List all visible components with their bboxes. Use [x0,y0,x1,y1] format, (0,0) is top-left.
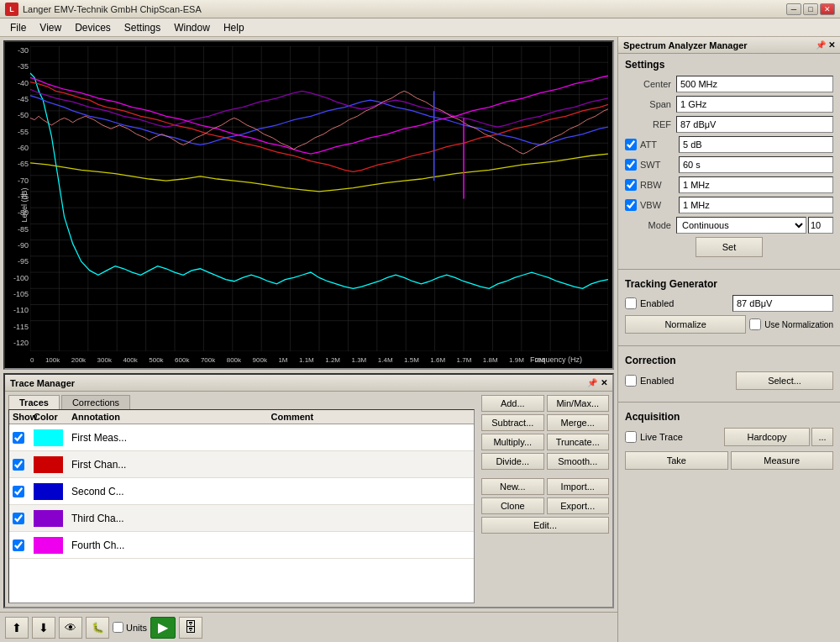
import-button[interactable]: Import... [547,478,610,495]
right-arrow-button[interactable]: ▶ [150,617,176,639]
tg-level-input[interactable] [732,295,833,312]
swt-input[interactable] [679,156,833,173]
x-axis-title: Frequency (Hz) [530,355,582,364]
y-label-14: -100 [7,274,29,282]
vbw-checkbox[interactable] [625,199,637,211]
row-2-checkbox[interactable] [13,486,24,497]
up-button[interactable]: ⬆ [5,617,29,639]
rp-title: Spectrum Analyzer Manager [623,40,748,50]
units-check: Units [113,622,147,633]
minimize-button[interactable]: ─ [786,3,801,15]
truncate-button[interactable]: Truncate... [547,434,610,450]
set-button[interactable]: Set [696,237,763,257]
btn-row-4: Divide... Smooth... [481,453,609,470]
table-row: First Chan... [9,451,474,478]
divide-button[interactable]: Divide... [481,453,544,470]
x-label-7: 700k [201,356,215,364]
hardcopy-button[interactable]: Hardcopy [724,428,810,446]
mode-select[interactable]: Continuous [676,217,806,234]
export-button[interactable]: Export... [547,497,610,514]
att-label: ATT [640,139,674,150]
select-button[interactable]: Select... [736,371,833,390]
btn-row-6: Clone Export... [481,497,609,514]
db-button[interactable]: 🗄 [179,617,202,639]
merge-button[interactable]: Merge... [547,414,610,431]
eye-button[interactable]: 👁 [59,617,82,639]
att-checkbox[interactable] [625,139,637,150]
menu-window[interactable]: Window [167,19,217,36]
center-label: Center [625,79,671,89]
use-norm-checkbox[interactable] [749,318,761,330]
bug-button[interactable]: 🐛 [86,617,109,639]
x-label-3: 300k [97,356,112,364]
take-button[interactable]: Take [625,451,728,470]
ref-input[interactable] [676,116,833,133]
row-4-annotation: Fourth Ch... [71,539,271,551]
x-label-17: 1.7M [457,356,472,364]
tm-buttons: Add... Min/Max... Subtract... Merge... M… [478,392,612,607]
add-button[interactable]: Add... [481,395,544,412]
maximize-button[interactable]: □ [803,3,818,15]
y-label-3: -45 [7,95,29,103]
tm-close-btn[interactable]: ✕ [601,378,607,387]
tg-enabled-checkbox[interactable] [625,297,637,309]
mode-num-input[interactable] [808,217,833,234]
corr-enabled-checkbox[interactable] [625,375,637,387]
measure-button[interactable]: Measure [731,451,834,470]
y-label-1: -35 [7,62,29,71]
menu-view[interactable]: View [33,19,68,36]
table-body: First Meas... First Chan... [9,424,474,598]
smooth-button[interactable]: Smooth... [547,453,610,470]
units-checkbox[interactable] [113,622,123,633]
x-label-15: 1.5M [404,356,419,364]
use-norm-label: Use Normalization [764,320,833,329]
y-label-18: -120 [7,339,29,347]
row-1-annotation: First Chan... [71,459,271,471]
att-input[interactable] [679,136,833,153]
tg-enabled-row: Enabled [625,295,833,312]
edit-button[interactable]: Edit... [481,517,609,534]
rbw-checkbox[interactable] [625,179,637,191]
att-row: ATT [625,136,833,153]
y-label-12: -90 [7,241,29,250]
y-label-6: -60 [7,144,29,152]
settings-section: Settings Center Span REF ATT SWT [618,54,840,266]
swt-checkbox[interactable] [625,159,637,171]
center-input[interactable] [676,76,833,92]
subtract-button[interactable]: Subtract... [481,414,544,431]
menu-file[interactable]: File [3,19,33,36]
tab-traces[interactable]: Traces [8,395,60,409]
tm-pin-btn[interactable]: 📌 [587,378,597,387]
row-3-checkbox[interactable] [13,513,24,524]
span-input[interactable] [676,96,833,113]
close-button[interactable]: ✕ [820,3,835,15]
vbw-input[interactable] [679,197,833,213]
bottom-toolbar: ⬆ ⬇ 👁 🐛 Units ▶ 🗄 [0,612,617,642]
live-trace-checkbox[interactable] [625,431,637,443]
menu-help[interactable]: Help [217,19,251,36]
menu-settings[interactable]: Settings [118,19,167,36]
row-4-checkbox[interactable] [13,539,24,551]
row-1-checkbox[interactable] [13,459,24,471]
rp-pin-btn[interactable]: 📌 [816,40,826,50]
rbw-input[interactable] [679,176,833,193]
more-button[interactable]: ... [811,428,833,446]
down-button[interactable]: ⬇ [32,617,55,639]
minmax-button[interactable]: Min/Max... [547,395,610,412]
col-color: Color [34,412,71,422]
row-0-checkbox[interactable] [13,432,24,444]
multiply-button[interactable]: Multiply... [481,434,544,450]
tab-corrections[interactable]: Corrections [61,395,130,409]
live-trace-label: Live Trace [640,432,724,442]
vbw-row: VBW [625,197,833,213]
menu-devices[interactable]: Devices [68,19,118,36]
clone-button[interactable]: Clone [481,497,544,514]
vbw-label: VBW [640,200,674,210]
normalize-button[interactable]: Normalize [625,315,746,334]
main-container: -30 -35 -40 -45 -50 -55 -60 -65 -70 -75 … [0,37,840,642]
menu-bar: File View Devices Settings Window Help [0,18,840,37]
left-panel: -30 -35 -40 -45 -50 -55 -60 -65 -70 -75 … [0,37,617,642]
new-button[interactable]: New... [481,478,544,495]
rp-close-btn[interactable]: ✕ [828,40,835,50]
y-label-8: -70 [7,176,29,185]
